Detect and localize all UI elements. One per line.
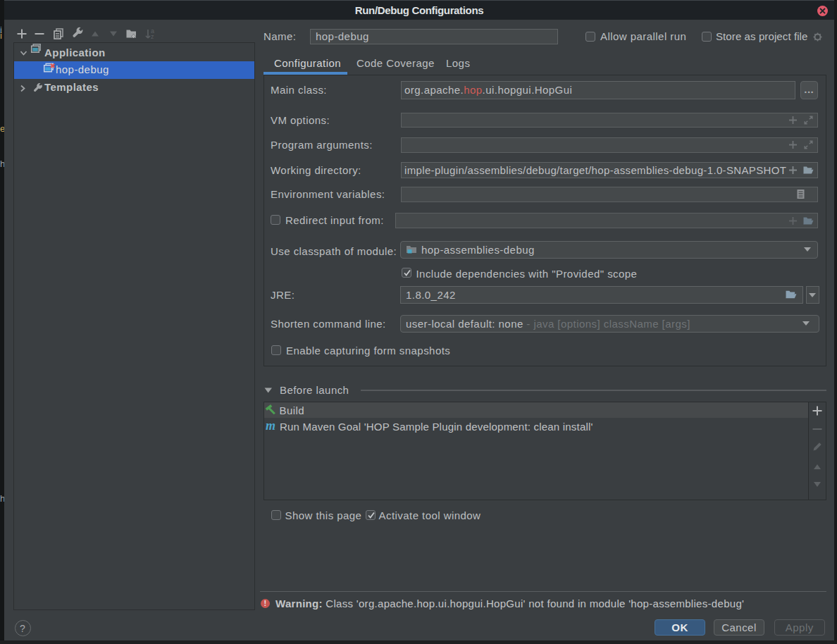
svg-text:z: z: [151, 33, 154, 40]
